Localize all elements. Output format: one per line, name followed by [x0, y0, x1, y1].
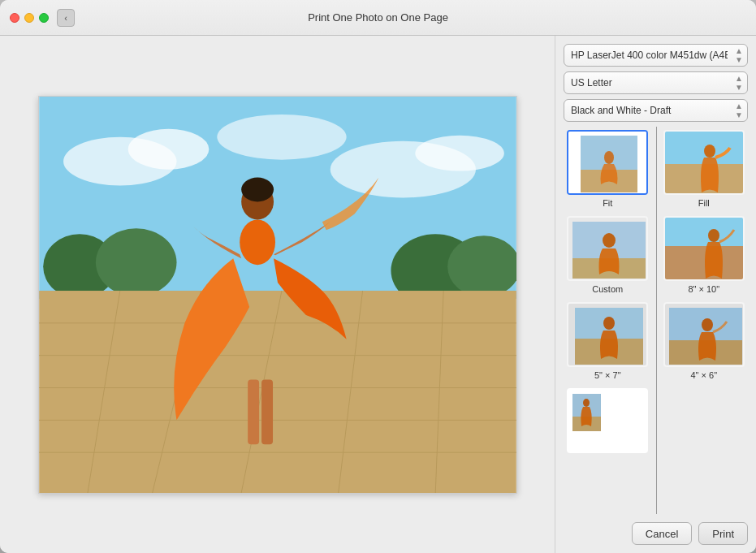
- thumb-fill-item[interactable]: Fill: [660, 130, 749, 208]
- thumb-fit-item[interactable]: Fit: [564, 130, 652, 208]
- print-button[interactable]: Print: [698, 522, 748, 545]
- svg-point-7: [95, 228, 176, 296]
- thumb-5x7-svg: [568, 304, 648, 367]
- thumb-4x6-image[interactable]: [663, 302, 745, 367]
- back-icon: ‹: [64, 13, 67, 23]
- svg-point-30: [604, 151, 614, 164]
- thumb-custom-svg: [568, 218, 648, 281]
- main-content: HP LaserJet 400 color M451dw (A4E7C1) ▲ …: [0, 36, 756, 553]
- thumb-fit-svg: [568, 132, 648, 195]
- thumb-4x6-label: 4" × 6": [690, 370, 717, 380]
- thumb-5x7-item[interactable]: 5" × 7": [564, 302, 652, 380]
- close-button[interactable]: [10, 13, 19, 23]
- svg-point-21: [240, 219, 275, 265]
- thumb-8x10-item[interactable]: 8" × 10": [660, 216, 749, 294]
- thumb-custom-label: Custom: [592, 284, 623, 294]
- thumb-8x10-image[interactable]: [663, 216, 745, 281]
- svg-point-48: [702, 318, 713, 331]
- thumb-fill-label: Fill: [698, 198, 710, 208]
- svg-point-44: [603, 317, 615, 330]
- thumb-small-image[interactable]: [567, 388, 648, 453]
- printer-dropdown-wrapper: HP LaserJet 400 color M451dw (A4E7C1) ▲ …: [564, 44, 748, 67]
- svg-rect-10: [39, 291, 516, 493]
- thumb-fill-image[interactable]: [663, 130, 745, 195]
- cancel-button[interactable]: Cancel: [632, 522, 692, 545]
- photo-frame: [38, 96, 517, 494]
- thumb-4x6-item[interactable]: 4" × 6": [660, 302, 749, 380]
- printer-dropdown[interactable]: HP LaserJet 400 color M451dw (A4E7C1): [564, 44, 748, 67]
- thumb-fill-svg: [665, 132, 745, 195]
- traffic-lights: [10, 13, 49, 23]
- bottom-buttons: Cancel Print: [564, 519, 748, 545]
- maximize-button[interactable]: [39, 13, 49, 23]
- titlebar: ‹ Print One Photo on One Page: [0, 0, 756, 36]
- thumb-8x10-svg: [665, 218, 745, 281]
- annotation-line: [656, 127, 657, 514]
- paper-dropdown[interactable]: US Letter: [564, 71, 748, 94]
- photo-area: [0, 36, 555, 553]
- paper-dropdown-wrapper: US Letter ▲ ▼: [564, 71, 748, 94]
- svg-point-33: [704, 145, 715, 158]
- thumbnail-scroll-area[interactable]: Fit: [564, 127, 748, 514]
- thumb-8x10-label: 8" × 10": [688, 284, 719, 294]
- svg-point-37: [603, 233, 616, 248]
- svg-rect-39: [665, 246, 745, 281]
- thumb-small-svg: [568, 390, 648, 453]
- thumb-small-item[interactable]: [564, 388, 652, 456]
- thumb-custom-item[interactable]: Custom: [564, 216, 652, 294]
- mode-dropdown-wrapper: Black and White - Draft ▲ ▼: [564, 99, 748, 122]
- window: ‹ Print One Photo on One Page: [0, 0, 756, 553]
- mode-dropdown[interactable]: Black and White - Draft: [564, 99, 748, 122]
- svg-point-52: [583, 399, 590, 407]
- thumb-fit-image[interactable]: [567, 130, 648, 195]
- right-panel: HP LaserJet 400 color M451dw (A4E7C1) ▲ …: [555, 36, 756, 553]
- svg-rect-22: [248, 379, 259, 444]
- window-title: Print One Photo on One Page: [308, 11, 448, 24]
- thumb-5x7-label: 5" × 7": [594, 370, 621, 380]
- thumb-custom-image[interactable]: [567, 216, 648, 281]
- thumb-5x7-image[interactable]: [567, 302, 648, 367]
- svg-point-3: [217, 114, 346, 159]
- photo-preview: [39, 97, 516, 493]
- svg-point-25: [241, 177, 274, 201]
- svg-point-5: [415, 135, 504, 171]
- minimize-button[interactable]: [24, 13, 34, 23]
- thumb-fit-label: Fit: [603, 198, 612, 208]
- svg-point-2: [127, 128, 209, 169]
- thumb-4x6-svg: [665, 304, 745, 367]
- back-button[interactable]: ‹: [57, 9, 75, 27]
- svg-point-40: [708, 229, 719, 242]
- svg-rect-23: [261, 379, 273, 444]
